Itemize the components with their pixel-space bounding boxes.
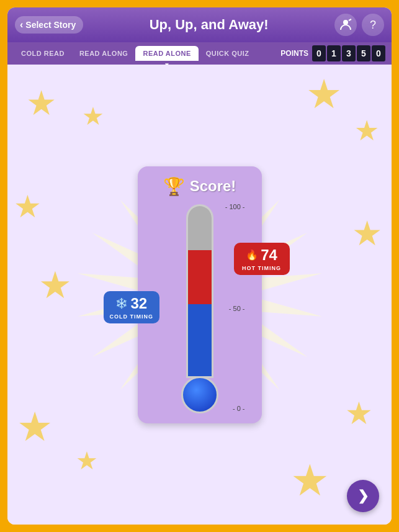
star-4: ★ bbox=[354, 114, 379, 147]
star-9: ★ bbox=[76, 446, 98, 475]
next-button[interactable]: ❯ bbox=[347, 480, 379, 512]
scale-0: - 0 - bbox=[233, 405, 245, 412]
header: ‹ Select Story Up, Up, and Away! ? bbox=[7, 7, 392, 42]
header-icons: ? bbox=[334, 14, 384, 36]
star-7: ★ bbox=[352, 214, 382, 253]
cold-label: COLD TIMING bbox=[110, 313, 154, 320]
thermometer: - 100 - - 50 - - 0 - bbox=[178, 204, 222, 413]
svg-line-1 bbox=[349, 19, 351, 20]
digit-1: 1 bbox=[327, 45, 341, 61]
tabs-bar: COLD READ READ ALONG READ ALONE QUICK QU… bbox=[7, 42, 392, 65]
svg-point-0 bbox=[343, 20, 348, 25]
tabs: COLD READ READ ALONG READ ALONE QUICK QU… bbox=[14, 46, 280, 61]
help-button[interactable]: ? bbox=[362, 14, 384, 36]
hot-badge-content: 🔥 74 bbox=[246, 246, 277, 264]
star-3: ★ bbox=[306, 71, 342, 117]
inner-container: ‹ Select Story Up, Up, and Away! ? bbox=[7, 7, 392, 525]
score-header: 🏆 Score! bbox=[163, 176, 236, 197]
header-title: Up, Up, and Away! bbox=[83, 17, 334, 33]
teacher-button[interactable] bbox=[334, 14, 357, 36]
scale-100: - 100 - bbox=[225, 203, 245, 210]
therm-blue-zone bbox=[188, 304, 212, 376]
back-label: Select Story bbox=[25, 20, 76, 30]
points-label: POINTS bbox=[280, 49, 308, 58]
star-11: ★ bbox=[345, 395, 373, 431]
digit-0: 0 bbox=[312, 45, 326, 61]
hot-timing-badge: 🔥 74 HOT TIMING bbox=[234, 243, 290, 275]
trophy-icon: 🏆 bbox=[163, 176, 185, 197]
star-10: ★ bbox=[290, 455, 330, 506]
score-card: 🏆 Score! 🔥 74 HOT TIMING bbox=[138, 166, 262, 423]
outer-border: ‹ Select Story Up, Up, and Away! ? bbox=[0, 0, 399, 532]
tab-quick-quiz[interactable]: QUICK QUIZ bbox=[199, 46, 257, 61]
cold-value: 32 bbox=[130, 295, 147, 312]
flame-icon: 🔥 bbox=[246, 249, 258, 261]
tab-cold-read[interactable]: COLD READ bbox=[14, 46, 72, 61]
therm-red-zone bbox=[188, 250, 212, 305]
star-5: ★ bbox=[14, 189, 42, 225]
scale-50: - 50 - bbox=[229, 305, 245, 312]
snowflake-icon: ❄️ bbox=[115, 297, 128, 309]
therm-gray-zone bbox=[188, 206, 212, 250]
points-section: POINTS 0 1 3 5 0 bbox=[280, 45, 385, 61]
tab-read-alone[interactable]: READ ALONE bbox=[135, 46, 198, 61]
help-icon: ? bbox=[370, 19, 376, 32]
cold-timing-badge: ❄️ 32 COLD TIMING bbox=[104, 291, 160, 323]
back-arrow-icon: ‹ bbox=[20, 19, 23, 30]
cold-badge-content: ❄️ 32 bbox=[115, 295, 147, 312]
tab-read-along[interactable]: READ ALONG bbox=[72, 46, 136, 61]
star-8: ★ bbox=[17, 404, 53, 450]
star-1: ★ bbox=[26, 83, 56, 123]
digit-4: 0 bbox=[372, 45, 385, 61]
hot-label: HOT TIMING bbox=[242, 265, 281, 271]
hot-value: 74 bbox=[261, 246, 277, 264]
score-title: Score! bbox=[190, 178, 236, 195]
therm-tube bbox=[186, 204, 213, 378]
digit-3: 5 bbox=[357, 45, 370, 61]
star-6: ★ bbox=[38, 263, 72, 307]
star-2: ★ bbox=[82, 102, 104, 130]
thermometer-wrapper: 🔥 74 HOT TIMING ❄️ 32 COLD TIMING bbox=[178, 204, 222, 413]
therm-bulb bbox=[181, 376, 218, 413]
back-button[interactable]: ‹ Select Story bbox=[15, 16, 83, 34]
points-digits: 0 1 3 5 0 bbox=[312, 45, 385, 61]
main-content: ★ ★ ★ ★ ★ ★ ★ ★ ★ ★ ★ bbox=[7, 65, 392, 525]
digit-2: 3 bbox=[342, 45, 356, 61]
next-arrow-icon: ❯ bbox=[357, 488, 369, 504]
